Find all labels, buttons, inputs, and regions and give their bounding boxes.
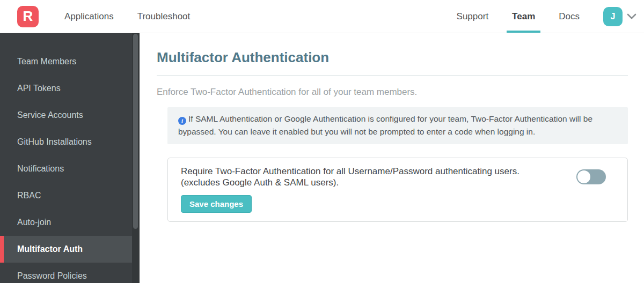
sidebar-item-multifactor-auth[interactable]: Multifactor Auth xyxy=(0,236,140,263)
sidebar-item-notifications[interactable]: Notifications xyxy=(0,155,140,182)
sidebar: Team Members API Tokens Service Accounts… xyxy=(0,33,140,283)
sidebar-item-team-members[interactable]: Team Members xyxy=(0,48,140,75)
save-changes-button[interactable]: Save changes xyxy=(181,195,252,213)
avatar[interactable]: J xyxy=(603,7,623,26)
setting-description-line1: Require Two-Factor Authentication for al… xyxy=(181,166,519,177)
page-subtitle: Enforce Two-Factor Authentication for al… xyxy=(157,87,628,98)
sidebar-item-auto-join[interactable]: Auto-join xyxy=(0,209,140,236)
logo-letter: R xyxy=(23,8,33,25)
setting-row: Require Two-Factor Authentication for al… xyxy=(181,166,614,188)
info-alert-text: If SAML Authentication or Google Authent… xyxy=(178,114,592,136)
info-icon: i xyxy=(178,117,186,125)
toggle-knob[interactable] xyxy=(577,170,590,183)
nav-support[interactable]: Support xyxy=(451,0,494,33)
setting-description-line2: (excludes Google Auth & SAML users). xyxy=(181,177,519,188)
content-row: Team Members API Tokens Service Accounts… xyxy=(0,33,644,283)
mfa-setting-card: Require Two-Factor Authentication for al… xyxy=(167,158,628,222)
page-title: Multifactor Authentication xyxy=(157,49,628,66)
sidebar-item-service-accounts[interactable]: Service Accounts xyxy=(0,102,140,129)
app-window: R Applications Troubleshoot Support Team… xyxy=(0,0,644,283)
avatar-initial: J xyxy=(611,12,616,21)
setting-description: Require Two-Factor Authentication for al… xyxy=(181,166,519,188)
primary-nav: Applications Troubleshoot xyxy=(53,0,202,33)
nav-applications[interactable]: Applications xyxy=(59,0,119,33)
title-divider xyxy=(157,75,628,76)
nav-troubleshoot[interactable]: Troubleshoot xyxy=(132,0,196,33)
rollbar-logo[interactable]: R xyxy=(17,6,39,27)
info-alert: iIf SAML Authentication or Google Authen… xyxy=(167,107,628,144)
secondary-nav: Support Team Docs J xyxy=(445,0,636,33)
nav-team[interactable]: Team xyxy=(507,0,540,33)
sidebar-menu: Team Members API Tokens Service Accounts… xyxy=(0,33,140,283)
main-content: Multifactor Authentication Enforce Two-F… xyxy=(140,33,644,283)
nav-docs[interactable]: Docs xyxy=(553,0,585,33)
sidebar-item-rbac[interactable]: RBAC xyxy=(0,182,140,209)
chevron-down-icon[interactable] xyxy=(627,13,636,19)
top-nav-bar: R Applications Troubleshoot Support Team… xyxy=(0,0,644,33)
mfa-toggle-switch[interactable] xyxy=(576,169,606,184)
sidebar-item-github-installations[interactable]: GitHub Installations xyxy=(0,129,140,155)
sidebar-scrollbar-track[interactable] xyxy=(132,33,140,283)
sidebar-item-password-policies[interactable]: Password Policies xyxy=(0,263,140,283)
sidebar-item-api-tokens[interactable]: API Tokens xyxy=(0,75,140,102)
sidebar-scrollbar-thumb[interactable] xyxy=(133,34,138,229)
